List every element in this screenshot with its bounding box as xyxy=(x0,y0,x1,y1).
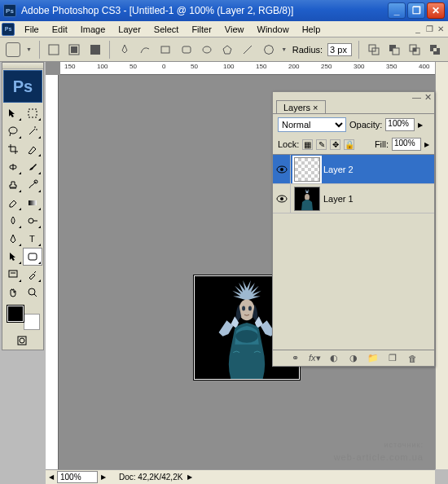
pen-tool[interactable] xyxy=(3,230,23,248)
pen-icon[interactable] xyxy=(116,42,132,58)
move-tool[interactable] xyxy=(3,104,23,122)
layer-name[interactable]: Layer 2 xyxy=(323,165,354,174)
layer-style-icon[interactable]: fx▾ xyxy=(309,353,320,363)
group-icon[interactable]: 📁 xyxy=(367,353,379,363)
svg-point-38 xyxy=(248,306,252,310)
blend-mode-select[interactable]: Normal xyxy=(278,117,346,132)
nav-right-icon[interactable]: ▶ xyxy=(101,473,106,481)
heal-tool[interactable] xyxy=(3,158,23,176)
visibility-icon[interactable] xyxy=(273,155,291,184)
paths-icon[interactable] xyxy=(67,42,82,58)
ruler-vertical xyxy=(46,75,59,469)
lock-transparent-icon[interactable]: ▦ xyxy=(302,139,313,150)
combine-add-icon[interactable] xyxy=(366,42,381,58)
line-shape-icon[interactable] xyxy=(240,42,256,58)
doc-minimize-icon[interactable]: _ xyxy=(412,24,424,33)
layer-row[interactable]: Layer 1 xyxy=(273,184,434,213)
layer-name[interactable]: Layer 1 xyxy=(323,194,354,204)
panel-close-icon[interactable]: ✕ xyxy=(424,92,432,99)
blur-tool[interactable] xyxy=(3,212,23,230)
combine-exclude-icon[interactable] xyxy=(428,42,443,58)
type-tool[interactable]: T xyxy=(23,230,42,248)
new-layer-icon[interactable]: ❐ xyxy=(387,353,398,363)
fill-input[interactable]: 100% xyxy=(392,138,421,151)
zoom-field[interactable]: 100% xyxy=(57,471,98,483)
gradient-tool[interactable] xyxy=(23,194,42,212)
menu-image[interactable]: Image xyxy=(74,23,112,36)
shape-tool[interactable] xyxy=(23,248,42,266)
menu-window[interactable]: Window xyxy=(251,23,296,36)
maximize-button[interactable]: ❐ xyxy=(407,2,425,19)
nav-left-icon[interactable]: ◀ xyxy=(49,473,54,481)
svg-rect-28 xyxy=(29,253,37,260)
close-button[interactable]: ✕ xyxy=(427,2,445,19)
lock-image-icon[interactable]: ✎ xyxy=(316,139,327,150)
menu-edit[interactable]: Edit xyxy=(46,23,74,36)
opacity-arrow-icon[interactable]: ▶ xyxy=(418,121,423,129)
tool-preset-dropdown-icon[interactable]: ▼ xyxy=(26,46,33,52)
foreground-color-swatch[interactable] xyxy=(7,306,24,322)
dodge-tool[interactable] xyxy=(23,212,42,230)
zoom-tool[interactable] xyxy=(23,284,42,301)
minimize-button[interactable]: _ xyxy=(388,2,406,19)
svg-line-32 xyxy=(34,294,37,297)
layer-thumbnail[interactable] xyxy=(294,187,320,211)
quickmask-icon[interactable] xyxy=(12,332,32,350)
doc-restore-icon[interactable]: ❐ xyxy=(424,24,435,33)
color-swatch[interactable] xyxy=(4,304,43,330)
menu-select[interactable]: Select xyxy=(147,23,186,36)
lock-position-icon[interactable]: ✥ xyxy=(330,139,340,150)
adjustment-layer-icon[interactable]: ◑ xyxy=(348,353,359,363)
layers-footer: ⚭ fx▾ ◐ ◑ 📁 ❐ 🗑 xyxy=(273,350,434,366)
rectangle-shape-icon[interactable] xyxy=(158,42,173,58)
menu-help[interactable]: Help xyxy=(296,23,327,36)
menu-layer[interactable]: Layer xyxy=(112,23,147,36)
brush-tool[interactable] xyxy=(23,158,42,176)
shape-options-dropdown-icon[interactable]: ▼ xyxy=(281,46,288,52)
stamp-tool[interactable] xyxy=(3,176,23,194)
layer-row[interactable]: Layer 2 xyxy=(273,155,434,184)
wand-tool[interactable] xyxy=(23,122,42,140)
crop-tool[interactable] xyxy=(3,140,23,158)
doc-close-icon[interactable]: ✕ xyxy=(435,24,446,33)
radius-input[interactable] xyxy=(327,43,352,56)
hand-tool[interactable] xyxy=(3,284,23,301)
history-brush-tool[interactable] xyxy=(23,176,42,194)
custom-shape-icon[interactable] xyxy=(261,42,276,58)
visibility-icon[interactable] xyxy=(273,184,291,213)
background-color-swatch[interactable] xyxy=(24,314,40,330)
opacity-input[interactable]: 100% xyxy=(385,118,415,131)
layers-tab[interactable]: Layers × xyxy=(276,100,326,113)
combine-subtract-icon[interactable] xyxy=(386,42,402,58)
eraser-tool[interactable] xyxy=(3,194,23,212)
lock-all-icon[interactable]: 🔒 xyxy=(344,139,354,150)
rounded-rect-shape-icon[interactable] xyxy=(178,42,194,58)
status-menu-icon[interactable]: ▶ xyxy=(187,473,192,481)
marquee-tool[interactable] xyxy=(23,104,42,122)
combine-intersect-icon[interactable] xyxy=(407,42,423,58)
polygon-shape-icon[interactable] xyxy=(219,42,235,58)
svg-point-34 xyxy=(20,338,24,343)
layer-mask-icon[interactable]: ◐ xyxy=(328,353,340,363)
fill-pixels-icon[interactable] xyxy=(87,42,103,58)
lasso-tool[interactable] xyxy=(3,122,23,140)
fill-arrow-icon[interactable]: ▶ xyxy=(424,141,429,148)
layer-thumbnail[interactable] xyxy=(294,157,320,182)
slice-tool[interactable] xyxy=(23,140,42,158)
shape-layers-icon[interactable] xyxy=(46,42,62,58)
menu-filter[interactable]: Filter xyxy=(185,23,217,36)
link-layers-icon[interactable]: ⚭ xyxy=(289,353,301,363)
notes-tool[interactable] xyxy=(3,266,23,284)
svg-point-25 xyxy=(29,218,33,223)
scrollbar-vertical[interactable] xyxy=(435,62,448,469)
freeform-pen-icon[interactable] xyxy=(138,42,153,58)
panel-minimize-icon[interactable]: — xyxy=(412,92,421,99)
path-select-tool[interactable] xyxy=(3,248,23,266)
svg-line-8 xyxy=(244,46,252,54)
delete-layer-icon[interactable]: 🗑 xyxy=(406,354,418,363)
tool-preset-icon[interactable] xyxy=(5,42,21,58)
eyedropper-tool[interactable] xyxy=(23,266,42,284)
menu-view[interactable]: View xyxy=(218,23,251,36)
menu-file[interactable]: File xyxy=(18,23,46,36)
ellipse-shape-icon[interactable] xyxy=(199,42,214,58)
